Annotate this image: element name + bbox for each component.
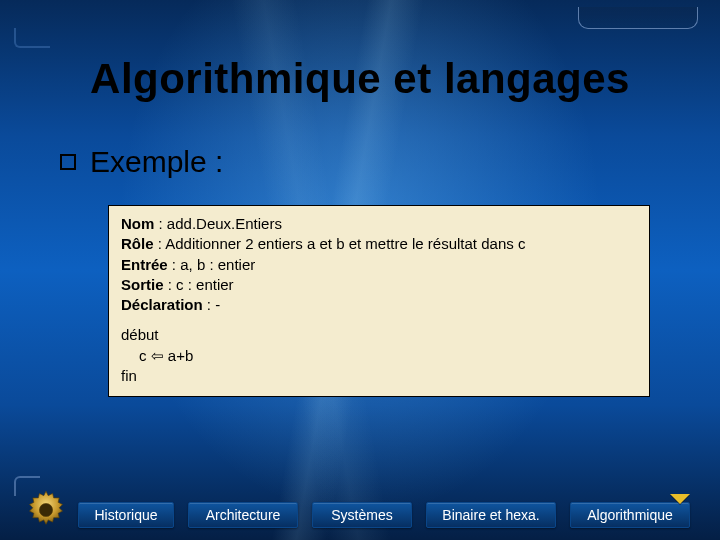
- algo-line-entree: Entrée : a, b : entier: [121, 255, 637, 275]
- value-declaration: -: [215, 296, 220, 313]
- nav-binaire-hexa[interactable]: Binaire et hexa.: [426, 502, 556, 528]
- algo-body-line: c ⇦ a+b: [121, 346, 637, 366]
- algo-line-nom: Nom : add.Deux.Entiers: [121, 214, 637, 234]
- page-title: Algorithmique et langages: [0, 55, 720, 103]
- algo-debut: début: [121, 325, 637, 345]
- label-sortie: Sortie: [121, 276, 164, 293]
- label-role: Rôle: [121, 235, 154, 252]
- nav-algorithmique[interactable]: Algorithmique: [570, 502, 690, 528]
- decor-bracket-top-left: [14, 28, 50, 48]
- nav-architecture[interactable]: Architecture: [188, 502, 298, 528]
- label-declaration: Déclaration: [121, 296, 203, 313]
- nav-systemes[interactable]: Systèmes: [312, 502, 412, 528]
- algo-fin: fin: [121, 366, 637, 386]
- section-heading-row: Exemple :: [60, 145, 223, 179]
- nav-historique[interactable]: Historique: [78, 502, 174, 528]
- algo-line-role: Rôle : Additionner 2 entiers a et b et m…: [121, 234, 637, 254]
- value-entree: a, b : entier: [180, 256, 255, 273]
- algo-line-sortie: Sortie : c : entier: [121, 275, 637, 295]
- bullet-square-icon: [60, 154, 76, 170]
- value-sortie: c : entier: [176, 276, 234, 293]
- label-nom: Nom: [121, 215, 154, 232]
- value-role: Additionner 2 entiers a et b et mettre l…: [165, 235, 525, 252]
- arrow-down-icon: [670, 494, 690, 504]
- value-nom: add.Deux.Entiers: [167, 215, 282, 232]
- svg-point-0: [39, 503, 52, 516]
- section-heading: Exemple :: [90, 145, 223, 179]
- gear-icon: [24, 488, 68, 532]
- label-entree: Entrée: [121, 256, 168, 273]
- footer-nav: Historique Architecture Systèmes Binaire…: [0, 488, 720, 528]
- algorithm-box: Nom : add.Deux.Entiers Rôle : Additionne…: [108, 205, 650, 397]
- algo-line-declaration: Déclaration : -: [121, 295, 637, 315]
- top-bar: [0, 0, 720, 36]
- decor-tab-top-right: [578, 7, 698, 29]
